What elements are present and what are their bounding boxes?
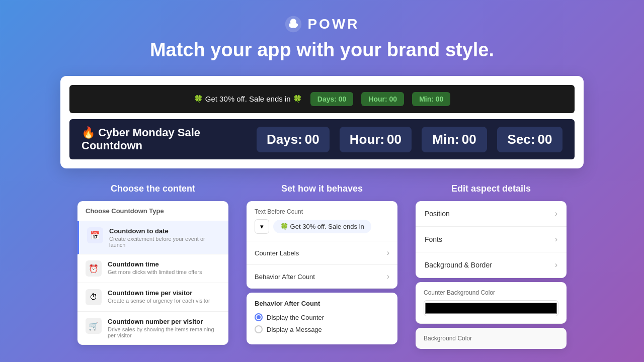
behavior-after-row[interactable]: Behavior After Count ›: [247, 265, 397, 289]
banner2-min-label: Min: 00: [432, 136, 476, 146]
logo-text: POWR: [307, 16, 359, 32]
banner2-days-box: Days: 00: [257, 127, 330, 152]
banner2-title: 🔥 Cyber Monday Sale Countdown: [82, 126, 247, 152]
bg-border-chevron: ›: [555, 260, 557, 269]
option-date-desc: Create excitement before your event or l…: [109, 236, 220, 248]
position-row[interactable]: Position ›: [416, 201, 567, 227]
text-before-section: Text Before Count ▾ 🍀 Get 30% off. Sale …: [247, 201, 397, 241]
bg-border-label: Background & Border: [425, 261, 492, 269]
preview-container: 🍀 Get 30% off. Sale ends in 🍀 Days: 00 H…: [60, 76, 584, 168]
mid-column-title: Set how it behaves: [247, 184, 397, 194]
mid-column: Set how it behaves Text Before Count ▾ 🍀…: [247, 184, 397, 349]
counter-labels-row[interactable]: Counter Labels ›: [247, 241, 397, 265]
option-number-title: Countdown number per visitor: [108, 318, 220, 325]
radio-display-counter-dot: [255, 313, 263, 321]
radio-display-counter[interactable]: Display the Counter: [255, 313, 389, 321]
option-time-desc: Get more clicks with limited time offers: [108, 269, 220, 275]
banner-2: 🔥 Cyber Monday Sale Countdown Days: 00 H…: [69, 119, 575, 159]
calendar-icon: 📅: [87, 227, 103, 243]
option-time-title: Countdown time: [108, 260, 220, 268]
behavior-dropdown: Behavior After Count Display the Counter…: [247, 293, 397, 344]
option-date-title: Countdown to date: [109, 227, 220, 235]
position-chevron: ›: [555, 209, 557, 218]
fonts-chevron: ›: [555, 235, 557, 244]
radio-display-counter-label: Display the Counter: [267, 314, 324, 321]
bg-border-row[interactable]: Background & Border ›: [416, 252, 567, 278]
bg-color-section: Background Color: [416, 328, 567, 349]
text-before-pill: 🍀 Get 30% off. Sale ends in: [273, 220, 371, 233]
option-visitor-desc: Create a sense of urgency for each visit…: [108, 298, 220, 304]
bg-color-label: Background Color: [424, 335, 558, 342]
right-column: Edit aspect details Position › Fonts › B…: [416, 184, 567, 349]
banner1-days: Days: 00: [310, 92, 354, 106]
banner2-sec-label: Sec: 00: [508, 136, 552, 146]
fonts-label: Fonts: [425, 235, 442, 243]
counter-bg-color-input[interactable]: [424, 300, 558, 316]
option-countdown-number[interactable]: 🛒 Countdown number per visitor Drive sal…: [77, 312, 228, 345]
banner2-min-box: Min: 00: [422, 127, 487, 152]
behavior-after-chevron: ›: [387, 272, 389, 281]
radio-display-message-dot: [255, 325, 263, 333]
text-before-row: ▾ 🍀 Get 30% off. Sale ends in: [255, 219, 389, 234]
stopwatch-icon: ⏱: [86, 289, 102, 305]
behavior-dropdown-title: Behavior After Count: [255, 300, 389, 307]
banner1-text: 🍀 Get 30% off. Sale ends in 🍀: [194, 95, 302, 104]
option-number-desc: Drive sales by showing the items remaini…: [108, 326, 220, 338]
left-column: Choose the content Choose Countdown Type…: [77, 184, 228, 349]
banner2-sec-box: Sec: 00: [497, 127, 562, 152]
powr-logo-icon: [284, 15, 302, 33]
option-visitor-title: Countdown time per visitor: [108, 289, 220, 297]
radio-display-message[interactable]: Display a Message: [255, 325, 389, 333]
tagline: Match your app with your brand style.: [0, 39, 644, 61]
right-column-title: Edit aspect details: [416, 184, 567, 194]
banner1-min: Min: 00: [412, 92, 450, 106]
radio-display-message-label: Display a Message: [267, 326, 322, 333]
countdown-type-panel: Choose Countdown Type 📅 Countdown to dat…: [77, 201, 228, 345]
behavior-after-label: Behavior After Count: [255, 273, 315, 281]
banner2-hour-box: Hour: 00: [340, 127, 412, 152]
alarm-icon: ⏰: [86, 260, 102, 277]
counter-bg-label: Counter Background Color: [424, 289, 558, 296]
aspect-panel: Position › Fonts › Background & Border ›: [416, 201, 567, 278]
text-before-label: Text Before Count: [255, 208, 389, 215]
option-countdown-date[interactable]: 📅 Countdown to date Create excitement be…: [77, 221, 228, 254]
banner-1: 🍀 Get 30% off. Sale ends in 🍀 Days: 00 H…: [69, 85, 575, 113]
behavior-panel: Text Before Count ▾ 🍀 Get 30% off. Sale …: [247, 201, 397, 289]
banner1-hour: Hour: 00: [361, 92, 404, 106]
logo-row: POWR: [0, 15, 644, 33]
banner2-days-label: Days: 00: [267, 136, 319, 146]
header: POWR Match your app with your brand styl…: [0, 0, 644, 71]
cart-icon: 🛒: [86, 318, 102, 334]
counter-labels-label: Counter Labels: [255, 249, 299, 257]
banner2-hour-label: Hour: 00: [350, 136, 401, 146]
option-countdown-time[interactable]: ⏰ Countdown time Get more clicks with li…: [77, 254, 228, 283]
counter-labels-chevron: ›: [387, 248, 389, 257]
text-before-dropdown[interactable]: ▾: [255, 219, 269, 234]
fonts-row[interactable]: Fonts ›: [416, 227, 567, 252]
counter-bg-color-section: Counter Background Color: [416, 282, 567, 324]
left-column-title: Choose the content: [77, 184, 228, 194]
bottom-section: Choose the content Choose Countdown Type…: [0, 184, 644, 349]
panel-header: Choose Countdown Type: [77, 201, 228, 221]
option-countdown-visitor[interactable]: ⏱ Countdown time per visitor Create a se…: [77, 283, 228, 312]
position-label: Position: [425, 210, 450, 218]
